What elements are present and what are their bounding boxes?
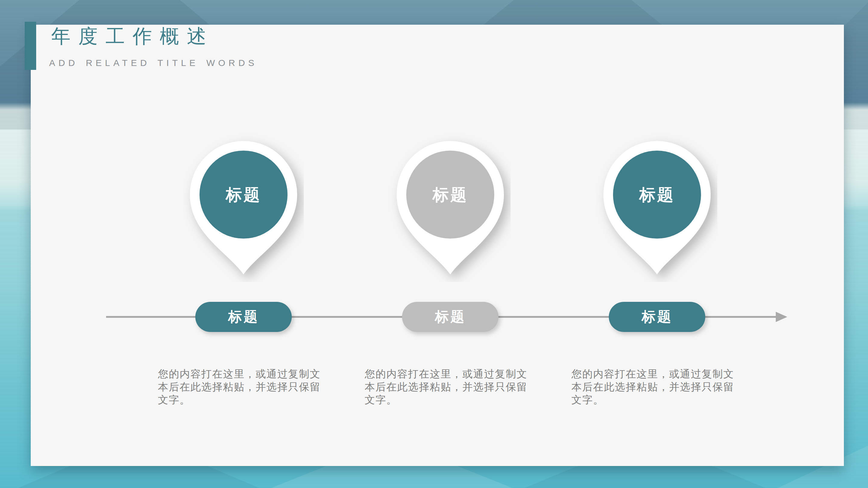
description-text-2: 您的内容打在这里，或通过复制文本后在此选择粘贴，并选择只保留文字。 [365,367,534,406]
timeline-arrow-icon [776,312,787,322]
description-text-3: 您的内容打在这里，或通过复制文本后在此选择粘贴，并选择只保留文字。 [571,367,741,406]
pill-label: 标题 [642,307,673,326]
pin-label: 标题 [432,186,468,204]
pin-label: 标题 [639,186,675,204]
description-text-1: 您的内容打在这里，或通过复制文本后在此选择粘贴，并选择只保留文字。 [158,367,327,406]
timeline-pill-3: 标题 [609,302,705,332]
pin-marker-1: 标题 [183,131,304,282]
timeline-pill-1: 标题 [195,302,292,332]
title-accent-bar [25,22,36,70]
page-subtitle: ADD RELATED TITLE WORDS [49,58,258,68]
slide: 年度工作概述 ADD RELATED TITLE WORDS 标题 标题 标题 … [0,0,868,488]
pill-label: 标题 [228,307,259,326]
pill-label: 标题 [435,307,466,326]
pin-marker-2: 标题 [390,131,510,282]
pin-marker-3: 标题 [597,131,717,282]
pin-label: 标题 [225,186,261,204]
page-title: 年度工作概述 [51,25,214,47]
timeline-pill-2: 标题 [402,302,498,332]
